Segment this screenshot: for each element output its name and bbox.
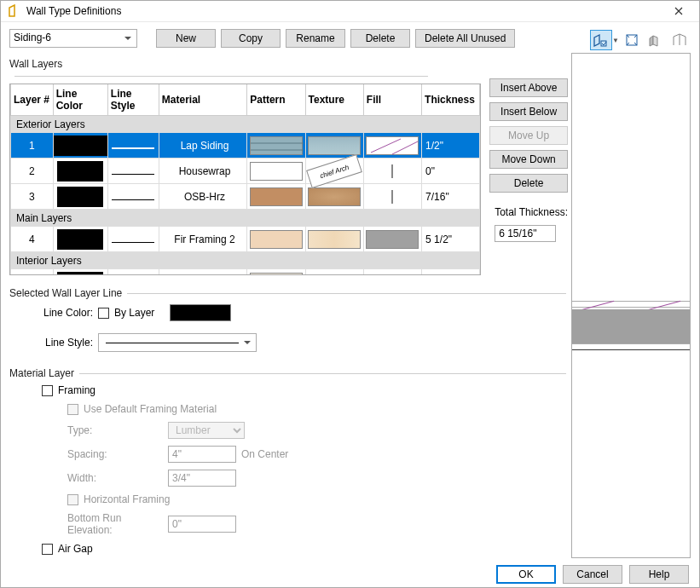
wall-type-dialog: Wall Type Definitions Siding-6 New Copy …	[0, 0, 700, 588]
cell-line-style[interactable]	[107, 133, 159, 159]
line-color-swatch[interactable]	[170, 304, 231, 321]
cell-line-color[interactable]	[53, 133, 107, 159]
layer-row-4[interactable]: 4 Fir Framing 2 5 1/2"	[11, 227, 480, 252]
dialog-footer: OK Cancel Help	[1, 558, 699, 588]
delete-button[interactable]: Delete	[350, 29, 410, 48]
move-down-button[interactable]: Move Down	[489, 150, 568, 169]
framing-checkbox[interactable]	[42, 385, 53, 396]
view-3d-icon[interactable]	[645, 30, 667, 50]
col-material[interactable]: Material	[159, 84, 246, 116]
titlebar: Wall Type Definitions	[1, 1, 699, 22]
framing-label: Framing	[58, 384, 95, 396]
group-exterior[interactable]: Exterior Layers	[11, 116, 480, 133]
line-style-dropdown[interactable]	[98, 333, 257, 352]
cell-num: 1	[11, 133, 54, 159]
type-label: Type:	[67, 424, 163, 436]
cell-material[interactable]: Lap Siding	[159, 133, 246, 159]
rename-button[interactable]: Rename	[286, 29, 345, 48]
app-icon	[8, 4, 21, 18]
on-center-label: On Center	[241, 448, 288, 460]
view-plan-icon[interactable]	[668, 30, 691, 50]
group-main[interactable]: Main Layers	[11, 210, 480, 227]
horizontal-framing-label: Horizontal Framing	[84, 493, 170, 505]
air-gap-label: Air Gap	[58, 543, 93, 555]
close-button[interactable]	[662, 1, 696, 21]
col-thickness[interactable]: Thickness	[422, 84, 480, 116]
dialog-title: Wall Type Definitions	[26, 5, 662, 17]
line-color-label: Line Color:	[42, 307, 93, 319]
fit-extents-icon[interactable]	[621, 30, 643, 50]
bottom-run-input	[168, 516, 236, 533]
cell-pattern[interactable]	[247, 133, 305, 159]
spacing-label: Spacing:	[67, 448, 163, 460]
ok-button[interactable]: OK	[496, 565, 556, 584]
cancel-button[interactable]: Cancel	[563, 565, 622, 584]
wall-layers-label: Wall Layers	[9, 58, 481, 82]
col-fill[interactable]: Fill	[363, 84, 421, 116]
svg-line-3	[392, 141, 418, 154]
delete-layer-button[interactable]: Delete	[489, 174, 568, 193]
by-layer-checkbox[interactable]	[98, 308, 109, 319]
layer-row-1[interactable]: 1 Lap Siding 1/2"	[11, 133, 480, 159]
col-line-style[interactable]: Line Style	[107, 84, 159, 116]
wall-type-dropdown[interactable]: Siding-6	[9, 29, 137, 48]
move-up-button: Move Up	[489, 126, 568, 145]
use-default-framing-label: Use Default Framing Material	[84, 403, 217, 415]
col-pattern[interactable]: Pattern	[247, 84, 305, 116]
total-thickness-label: Total Thickness:	[489, 206, 568, 218]
material-layer-label: Material Layer	[9, 367, 568, 379]
new-button[interactable]: New	[156, 29, 216, 48]
horizontal-framing-checkbox	[67, 494, 78, 505]
width-input	[168, 470, 236, 487]
layer-row-2[interactable]: 2 Housewrap chief Arch 0"	[11, 159, 480, 184]
use-default-framing-checkbox	[67, 404, 78, 415]
total-thickness-input[interactable]	[495, 225, 556, 242]
svg-line-2	[371, 139, 401, 153]
spacing-input	[168, 446, 236, 463]
delete-all-unused-button[interactable]: Delete All Unused	[415, 29, 515, 48]
cell-fill[interactable]	[363, 133, 421, 159]
air-gap-checkbox[interactable]	[42, 544, 53, 555]
cell-thickness[interactable]: 1/2"	[422, 133, 480, 159]
preview-pane[interactable]	[571, 53, 691, 558]
insert-above-button[interactable]: Insert Above	[489, 78, 568, 97]
line-style-label: Line Style:	[42, 337, 93, 349]
wall-type-selected: Siding-6	[14, 32, 51, 43]
col-layer-num[interactable]: Layer #	[11, 84, 54, 116]
col-texture[interactable]: Texture	[305, 84, 363, 116]
help-button[interactable]: Help	[629, 565, 689, 584]
framing-type-select: Lumber	[168, 422, 245, 439]
width-label: Width:	[67, 472, 163, 484]
layer-op-buttons: Insert Above Insert Below Move Up Move D…	[484, 58, 568, 275]
bottom-run-label: Bottom Run Elevation:	[67, 512, 163, 536]
layer-row-5[interactable]: 5 Drywall No Texture 1/2"	[11, 269, 480, 276]
table-header-row: Layer # Line Color Line Style Material P…	[11, 84, 480, 116]
group-interior[interactable]: Interior Layers	[11, 252, 480, 269]
layer-row-3[interactable]: 3 OSB-Hrz 7/16"	[11, 184, 480, 210]
by-layer-label: By Layer	[114, 307, 154, 319]
copy-button[interactable]: Copy	[221, 29, 281, 48]
preview-mode-icon[interactable]	[590, 30, 612, 50]
col-line-color[interactable]: Line Color	[53, 84, 107, 116]
selected-wall-layer-line-label: Selected Wall Layer Line	[9, 287, 568, 299]
insert-below-button[interactable]: Insert Below	[489, 102, 568, 121]
layers-table: Layer # Line Color Line Style Material P…	[9, 84, 481, 275]
dropdown-chevron-icon[interactable]: ▼	[612, 37, 619, 44]
